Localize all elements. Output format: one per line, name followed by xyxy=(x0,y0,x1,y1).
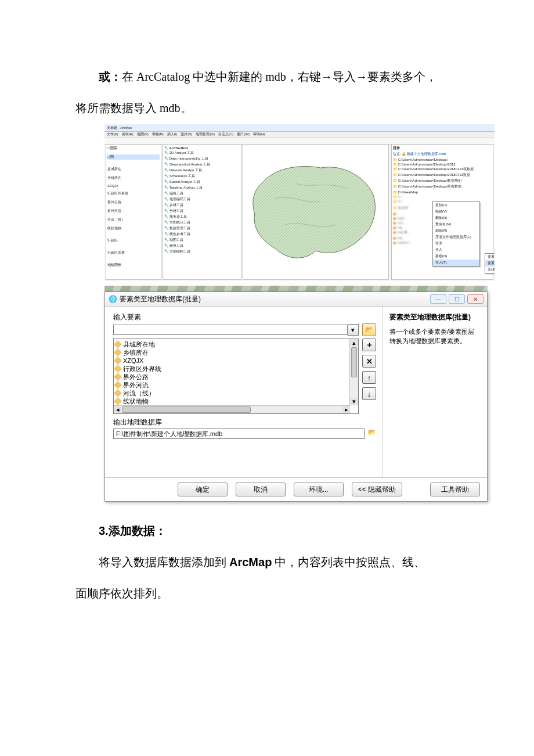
hide-help-button[interactable]: << 隐藏帮助 xyxy=(352,483,402,496)
list-item[interactable]: XZQJX xyxy=(115,357,348,365)
listbox-vscrollbar[interactable]: ▴ ▾ xyxy=(349,339,358,405)
hscroll-right-arrow[interactable]: ▸ xyxy=(342,406,350,413)
list-add-button[interactable]: ＋ xyxy=(362,339,376,351)
context-menu-item[interactable]: 复制(C) xyxy=(433,202,479,208)
catalog-item[interactable]: D:\GreatMap xyxy=(393,190,492,194)
toolbox-item[interactable]: Schematics 工具 xyxy=(164,174,240,179)
catalog-item[interactable]: C:\Users\Administrator\Desktop\2012 xyxy=(393,162,492,166)
list-item[interactable]: 县城所在地 xyxy=(115,340,348,348)
toc-item[interactable]: 线状地物 xyxy=(107,226,160,231)
environments-button[interactable]: 环境... xyxy=(294,483,344,496)
toc-item[interactable]: □ 图 xyxy=(107,154,160,160)
arcmap-toc-panel[interactable]: □ 图层□ 图县城所在乡镇所在XZQJX行政区外界线界外公路界外河流河流（线）线… xyxy=(106,144,161,280)
list-item[interactable]: 行政区外界线 xyxy=(115,365,348,373)
arcmap-menubar[interactable]: 文件(F)编辑(E)视图(V)书签(B)插入(I)选择(S)地理处理(G)自定义… xyxy=(104,132,495,138)
toolbox-item[interactable]: 转换工具 xyxy=(164,243,240,249)
cancel-button[interactable]: 取消 xyxy=(236,483,286,496)
toc-item[interactable]: 县城所在 xyxy=(107,167,160,172)
context-menu-item[interactable]: 管理 xyxy=(433,240,479,247)
toolbox-item[interactable]: Spatial Analyst 工具 xyxy=(164,179,240,185)
toolbox-item[interactable]: 空间统计工具 xyxy=(164,220,240,225)
arcmap-menu-item[interactable]: 插入(I) xyxy=(167,132,178,136)
catalog-item[interactable]: C:\Users\Administrator\Desktop\20180721境… xyxy=(393,167,492,172)
toc-item[interactable]: 界外公路 xyxy=(107,200,160,205)
context-menu-item[interactable]: 新建(N) xyxy=(433,253,479,260)
catalog-item[interactable]: C:\Users\Administrator\Desktop\所有数据 xyxy=(393,184,492,189)
input-features-browse-button[interactable]: 📂 xyxy=(362,323,376,336)
toolbox-item[interactable]: Data Interoperability 工具 xyxy=(164,156,240,161)
toc-item[interactable]: 乡镇所在 xyxy=(107,175,160,181)
arcmap-menu-item[interactable]: 地理处理(G) xyxy=(196,132,215,136)
arcmap-menu-item[interactable]: 视图(V) xyxy=(137,132,149,136)
vscroll-down-arrow[interactable]: ▾ xyxy=(350,398,358,405)
toc-item[interactable]: 行政区外界线 xyxy=(107,191,160,196)
toc-item[interactable]: 河流（线） xyxy=(107,217,160,222)
toolbox-item[interactable]: 数据管理工具 xyxy=(164,226,240,231)
catalog-item[interactable]: F:\ xyxy=(393,195,492,199)
submenu-item[interactable]: 表(单)… xyxy=(485,267,495,273)
catalog-item[interactable]: C:\Users\Administrator\Desktop\ xyxy=(393,157,492,161)
vscroll-up-arrow[interactable]: ▴ xyxy=(350,339,358,347)
list-remove-button[interactable]: ✕ xyxy=(362,355,376,368)
toolbox-item[interactable]: 多维工具 xyxy=(164,203,240,208)
arccatalog-panel[interactable]: 目录 位置: 🔒 新建个人地理数据库.mdb C:\Users\Administ… xyxy=(391,144,493,280)
list-move-down-button[interactable]: ↓ xyxy=(362,387,376,400)
context-menu-item[interactable]: 删除(D) xyxy=(433,215,479,221)
context-menu-item[interactable]: 压缩文件地理数据库(F) xyxy=(433,234,479,240)
toolbox-item[interactable]: 分析工具 xyxy=(164,208,240,214)
toolbox-item[interactable]: Network Analyst 工具 xyxy=(164,168,240,173)
context-menu-item[interactable]: 粘贴(V) xyxy=(433,208,479,215)
toc-item[interactable]: □ 图层 xyxy=(107,146,160,151)
window-minimize-button[interactable]: — xyxy=(430,294,446,304)
listbox-hscrollbar[interactable]: ◂ ▸ xyxy=(114,405,350,413)
arcmap-menu-item[interactable]: 文件(F) xyxy=(107,132,118,136)
context-menu-item[interactable]: 导入(T) xyxy=(433,260,479,266)
toc-item[interactable]: 界外河流 xyxy=(107,208,160,214)
list-item[interactable]: 界外河流 xyxy=(115,381,348,389)
submenu-item[interactable]: 要素类(单)… xyxy=(485,254,495,260)
output-gdb-browse-button[interactable]: 📂 xyxy=(368,429,376,439)
toolbox-item[interactable]: Geostatistical Analyst 工具 xyxy=(164,162,240,167)
context-menu-item[interactable]: 刷新(R) xyxy=(433,228,479,234)
input-features-combo[interactable] xyxy=(113,325,348,335)
toolbox-item[interactable]: 3D Analyst 工具 xyxy=(164,150,240,156)
catalog-context-menu[interactable]: 复制(C)粘贴(V)删除(D)重命名(M)刷新(R)压缩文件地理数据库(F)管理… xyxy=(432,201,480,267)
output-gdb-input[interactable] xyxy=(113,429,365,439)
tool-help-button[interactable]: 工具帮助 xyxy=(430,483,480,496)
list-item[interactable]: 乡镇所在 xyxy=(115,348,348,357)
toolbox-item[interactable]: 线性参考工具 xyxy=(164,232,240,237)
toc-item[interactable]: XZQJX xyxy=(107,184,160,188)
list-item[interactable]: 线状地物 xyxy=(115,397,348,405)
arcmap-menu-item[interactable]: 窗口(W) xyxy=(237,132,250,136)
arcmap-map-canvas[interactable] xyxy=(243,144,389,280)
arcmap-menu-item[interactable]: 帮助(H) xyxy=(253,132,265,136)
vscroll-thumb[interactable] xyxy=(351,347,357,377)
hscroll-thumb[interactable] xyxy=(122,406,251,413)
toolbox-item[interactable]: 地理编码工具 xyxy=(164,197,240,202)
submenu-item[interactable]: 要素类(多个)… xyxy=(485,260,495,267)
toolbox-item[interactable]: 制图工具 xyxy=(164,237,240,243)
catalog-item[interactable]: C:\Users\Administrator\Desktop\数据用的 xyxy=(393,178,492,183)
list-item[interactable]: 河流（线） xyxy=(115,389,348,397)
list-item[interactable]: 界外公路 xyxy=(115,373,348,381)
hscroll-left-arrow[interactable]: ◂ xyxy=(114,406,121,413)
list-move-up-button[interactable]: ↑ xyxy=(362,371,376,384)
toc-item[interactable]: 行政区 xyxy=(107,238,160,243)
toolbox-item[interactable]: Tracking Analyst 工具 xyxy=(164,185,240,190)
arcmap-menu-item[interactable]: 编辑(E) xyxy=(122,132,134,136)
toc-item[interactable]: 行政区多值 xyxy=(107,250,160,255)
window-close-button[interactable]: ✕ xyxy=(467,294,484,304)
context-submenu[interactable]: 要素类(单)…要素类(多个)…表(单)… xyxy=(485,253,495,273)
catalog-item[interactable]: C:\Users\Administrator\Desktop\20180721数… xyxy=(393,172,492,178)
ok-button[interactable]: 确定 xyxy=(178,483,228,496)
input-features-dropdown[interactable]: ▾ xyxy=(348,324,359,336)
context-menu-item[interactable]: 重命名(M) xyxy=(433,221,479,228)
input-features-listbox[interactable]: 县城所在地乡镇所在XZQJX行政区外界线界外公路界外河流河流（线）线状地物垦线 … xyxy=(113,339,359,414)
arcmap-menu-item[interactable]: 选择(S) xyxy=(181,132,192,136)
toolbox-item[interactable]: 编辑工具 xyxy=(164,191,240,196)
toolbox-item[interactable]: 宗地结构工具 xyxy=(164,249,240,254)
toolbox-item[interactable]: 服务器工具 xyxy=(164,214,240,219)
arcmap-menu-item[interactable]: 自定义(C) xyxy=(218,132,233,136)
window-maximize-button[interactable]: ☐ xyxy=(449,294,465,304)
context-menu-item[interactable]: 导入 xyxy=(433,247,479,253)
